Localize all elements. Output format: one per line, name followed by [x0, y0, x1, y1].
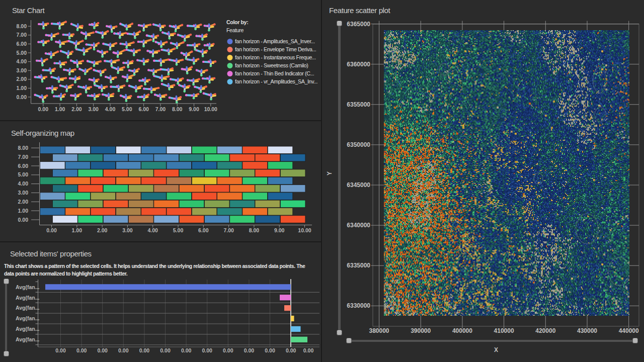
- svg-text:4.00: 4.00: [18, 180, 29, 187]
- svg-text:6355000: 6355000: [347, 101, 370, 108]
- svg-text:7.00: 7.00: [223, 227, 234, 233]
- svg-text:1.00: 1.00: [55, 106, 65, 112]
- svg-text:0.00: 0.00: [55, 347, 66, 353]
- svg-text:0.00: 0.00: [17, 94, 27, 100]
- svg-text:430000: 430000: [577, 327, 597, 334]
- svg-text:6350000: 6350000: [347, 141, 370, 148]
- svg-text:0.00: 0.00: [286, 347, 296, 353]
- svg-text:7.00: 7.00: [17, 32, 27, 38]
- svg-text:6.00: 6.00: [18, 163, 29, 169]
- svg-text:Y: Y: [326, 171, 333, 175]
- svg-text:6345000: 6345000: [347, 182, 370, 189]
- svg-text:0.00: 0.00: [76, 347, 87, 353]
- svg-text:1.00: 1.00: [17, 85, 27, 91]
- svg-text:0.00: 0.00: [160, 347, 171, 353]
- svg-text:390000: 390000: [411, 327, 431, 334]
- svg-text:440000: 440000: [619, 327, 639, 334]
- svg-text:3.00: 3.00: [18, 190, 29, 196]
- svg-text:0.00: 0.00: [303, 347, 314, 353]
- svg-text:6340000: 6340000: [347, 222, 370, 229]
- svg-text:Avg(fan...: Avg(fan...: [16, 295, 40, 301]
- svg-text:4.00: 4.00: [105, 106, 116, 112]
- svg-text:380000: 380000: [369, 327, 389, 334]
- svg-text:3.00: 3.00: [17, 67, 27, 73]
- svg-text:Avg(fan...: Avg(fan...: [16, 315, 40, 321]
- svg-text:0.00: 0.00: [139, 347, 150, 353]
- svg-text:8.00: 8.00: [249, 227, 260, 233]
- svg-text:400000: 400000: [452, 327, 472, 334]
- svg-text:1.00: 1.00: [18, 208, 29, 214]
- svg-text:9.00: 9.00: [189, 106, 199, 112]
- svg-text:4.00: 4.00: [17, 58, 27, 64]
- svg-text:5.00: 5.00: [122, 106, 132, 112]
- svg-text:6330000: 6330000: [347, 302, 370, 309]
- svg-text:Avg(fan...: Avg(fan...: [16, 326, 40, 332]
- svg-text:Color by:: Color by:: [226, 19, 248, 25]
- svg-text:3.00: 3.00: [88, 106, 99, 112]
- svg-text:420000: 420000: [535, 327, 555, 334]
- svg-text:2.00: 2.00: [17, 76, 27, 82]
- svg-text:fan horizon - Amplitudes_SA_In: fan horizon - Amplitudes_SA_Inver...: [235, 38, 315, 44]
- svg-text:6.00: 6.00: [138, 106, 149, 112]
- svg-text:fan horizon - vr_Amplitudes_SA: fan horizon - vr_Amplitudes_SA_Inv...: [235, 78, 317, 84]
- svg-text:Avg(fan...: Avg(fan...: [16, 305, 40, 311]
- svg-text:5.00: 5.00: [173, 227, 184, 233]
- svg-text:6360000: 6360000: [347, 61, 370, 68]
- svg-text:Avg(fan...: Avg(fan...: [16, 284, 40, 290]
- svg-text:8.00: 8.00: [17, 23, 27, 29]
- svg-text:6.00: 6.00: [198, 227, 209, 233]
- svg-text:2.00: 2.00: [97, 227, 108, 233]
- svg-text:0.00: 0.00: [97, 347, 108, 353]
- svg-text:10.00: 10.00: [204, 106, 217, 112]
- svg-text:7.00: 7.00: [18, 154, 29, 160]
- svg-text:0.00: 0.00: [118, 347, 129, 353]
- svg-text:Avg(fan...: Avg(fan...: [16, 336, 40, 342]
- svg-text:0.00: 0.00: [223, 347, 233, 353]
- svg-text:0.00: 0.00: [38, 106, 49, 112]
- svg-text:9.00: 9.00: [274, 227, 285, 233]
- svg-text:7.00: 7.00: [155, 106, 166, 112]
- svg-text:fan horizon - Sweetness (Camil: fan horizon - Sweetness (Camilo): [235, 62, 308, 68]
- svg-text:0.00: 0.00: [181, 347, 192, 353]
- svg-text:3.00: 3.00: [122, 227, 133, 233]
- svg-text:fan horizon - Thin Bed Indicat: fan horizon - Thin Bed Indicator (C...: [235, 70, 314, 76]
- svg-text:0.00: 0.00: [46, 227, 57, 233]
- svg-text:X: X: [494, 346, 498, 353]
- svg-text:1.00: 1.00: [72, 227, 83, 233]
- svg-text:5.00: 5.00: [17, 50, 27, 56]
- svg-text:5.00: 5.00: [18, 171, 29, 177]
- svg-text:0.00: 0.00: [202, 347, 212, 353]
- svg-text:8.00: 8.00: [18, 145, 29, 151]
- svg-text:0.00: 0.00: [265, 347, 275, 353]
- svg-text:6.00: 6.00: [17, 41, 27, 47]
- svg-text:0.00: 0.00: [18, 217, 29, 223]
- svg-text:0.00: 0.00: [244, 347, 255, 353]
- svg-text:2.00: 2.00: [71, 106, 82, 112]
- svg-text:4.00: 4.00: [147, 227, 158, 233]
- svg-text:2.00: 2.00: [18, 199, 29, 205]
- svg-text:6365000: 6365000: [347, 21, 370, 28]
- svg-text:Feature: Feature: [226, 27, 244, 33]
- svg-text:fan horizon - Instantaneous Fr: fan horizon - Instantaneous Freque...: [235, 54, 316, 60]
- svg-text:410000: 410000: [494, 327, 514, 334]
- svg-text:10.00: 10.00: [298, 227, 311, 233]
- svg-text:8.00: 8.00: [172, 106, 183, 112]
- svg-text:fan horizon - Envelope Time De: fan horizon - Envelope Time Deriva...: [235, 46, 316, 52]
- svg-text:6335000: 6335000: [347, 262, 370, 269]
